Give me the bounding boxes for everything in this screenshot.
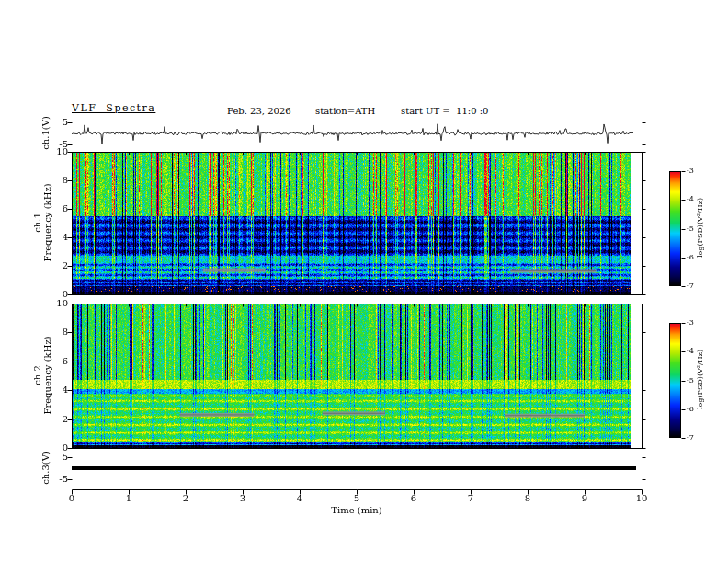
colorbar-ch1 (669, 171, 681, 286)
cb2-tick-label: -6 (687, 404, 694, 415)
date-label: Feb. 23, 2026 (227, 106, 291, 117)
colorbar-ch2-label: log(PSD)(V²/Hz) (696, 288, 704, 472)
cb1-tick-label: -3 (687, 166, 694, 177)
start-ut-label: start UT = 11:0 :0 (401, 106, 488, 117)
ch1-waveform-canvas (72, 121, 642, 146)
ch3-voltage-ylabel: ch.3(V) (40, 376, 51, 560)
ch1-spectrogram-canvas (72, 152, 642, 294)
cb2-tick-label: -4 (687, 346, 694, 357)
cb2-tick-label: -7 (687, 432, 694, 443)
time-tick-label: 2 (183, 493, 188, 504)
time-tick-label: 5 (354, 493, 359, 504)
ch2-spec-ytick-label: 6 (63, 356, 68, 367)
cb1-tick-label: -7 (687, 281, 694, 292)
ch1-spec-ytick-label: 4 (63, 232, 68, 243)
ch1-wave-ytick-label: -5 (59, 139, 68, 150)
ch2-spec-ytick-label: 4 (63, 385, 68, 396)
time-tick-label: 10 (636, 493, 648, 504)
time-tick-label: 0 (69, 493, 74, 504)
colorbar-ch2 (669, 323, 681, 438)
time-tick-label: 7 (468, 493, 473, 504)
cb1-tick-label: -6 (687, 252, 694, 263)
ch3-ytick-label: 5 (63, 452, 68, 463)
time-tick-label: 4 (297, 493, 302, 504)
time-tick-label: 6 (411, 493, 416, 504)
ch3-ytick-label: -5 (59, 474, 68, 485)
cb1-tick-label: -4 (687, 194, 694, 205)
ch1-spec-ytick-label: 2 (63, 260, 68, 271)
time-tick-label: 8 (525, 493, 530, 504)
ch1-spec-ytick-label: 8 (63, 175, 68, 186)
time-tick-label: 9 (582, 493, 587, 504)
ch2-spec-ytick-label: 10 (56, 298, 68, 309)
vlf-spectra-figure: VLF Spectra Feb. 23, 2026 station=ATH st… (0, 0, 728, 563)
station-label: station=ATH (315, 106, 375, 117)
ch3-trace (72, 466, 636, 470)
ch2-spec-ytick-label: 8 (63, 327, 68, 338)
time-tick-label: 3 (240, 493, 245, 504)
ch1-wave-ytick-label: 5 (63, 117, 68, 128)
ch2-spec-ytick-label: 2 (63, 414, 68, 425)
time-axis-label: Time (min) (331, 505, 381, 516)
cb2-tick-label: -5 (687, 375, 694, 386)
figure-title: VLF Spectra (72, 103, 155, 114)
cb1-tick-label: -5 (687, 224, 694, 235)
cb2-tick-label: -3 (687, 317, 694, 328)
ch1-spec-ytick-label: 6 (63, 203, 68, 214)
time-tick-label: 1 (126, 493, 131, 504)
ch2-spectrogram-canvas (72, 304, 642, 448)
